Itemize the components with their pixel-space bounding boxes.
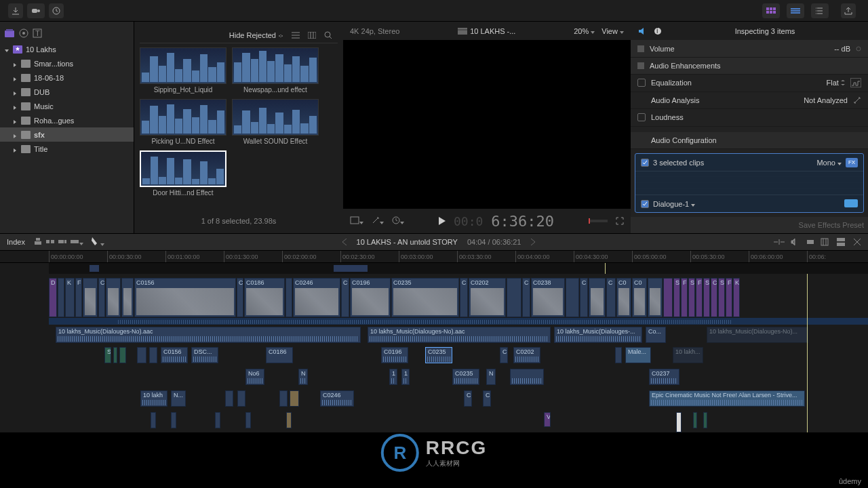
- clip-thumb[interactable]: Picking U...ND Effect: [140, 99, 226, 145]
- video-clip[interactable]: C0156: [134, 278, 236, 317]
- audio-clip[interactable]: 1: [401, 369, 410, 385]
- audio-clip[interactable]: [149, 347, 157, 363]
- audio-clip[interactable]: [119, 347, 126, 363]
- audio-clip[interactable]: [676, 412, 682, 432]
- titles-icon[interactable]: T: [33, 28, 42, 38]
- audio-clip[interactable]: 10 lakhs_Music(Dialouges-No).aac: [368, 327, 551, 343]
- video-clip[interactable]: C: [580, 278, 588, 317]
- audio-clip[interactable]: V: [544, 412, 551, 427]
- timeline-layout-icon[interactable]: [837, 238, 845, 246]
- audio-clip[interactable]: N: [298, 369, 308, 385]
- video-clip[interactable]: C0235: [391, 278, 459, 317]
- sidebar-item-dub[interactable]: DUB: [0, 85, 134, 99]
- channel-mode[interactable]: Mono: [816, 159, 842, 167]
- photos-icon[interactable]: [19, 28, 28, 38]
- search-icon[interactable]: [324, 31, 332, 39]
- play-button[interactable]: [439, 217, 446, 225]
- audio-clip[interactable]: C0202: [513, 347, 540, 363]
- audio-clip[interactable]: [151, 412, 156, 428]
- view-menu[interactable]: View: [601, 27, 624, 35]
- keyword-button[interactable]: [27, 3, 45, 18]
- index-button[interactable]: Index: [7, 238, 25, 246]
- hide-icon[interactable]: [637, 62, 644, 69]
- video-clip[interactable]: [121, 278, 134, 317]
- audio-clip[interactable]: 10 lakhs_Music(Dialouges-No).aac: [56, 327, 361, 343]
- timeline-next-icon[interactable]: [530, 239, 536, 245]
- video-clip[interactable]: C0: [616, 278, 631, 317]
- audio-clip[interactable]: No6: [245, 369, 264, 385]
- sidebar-root[interactable]: 10 Lakhs: [0, 42, 134, 56]
- audio-clip[interactable]: N: [486, 369, 496, 385]
- audio-clip[interactable]: [615, 347, 622, 363]
- video-clip[interactable]: [507, 278, 521, 317]
- retime-menu[interactable]: [392, 216, 404, 226]
- hide-icon[interactable]: [637, 45, 644, 52]
- append-clip-icon[interactable]: [58, 237, 67, 245]
- video-clip[interactable]: C: [237, 278, 243, 317]
- skimming-icon[interactable]: [773, 239, 785, 245]
- audio-clip[interactable]: C0196: [381, 347, 408, 363]
- inspector-toggle-button[interactable]: [811, 3, 829, 18]
- library-view-button[interactable]: [762, 3, 780, 18]
- reset-icon[interactable]: [856, 46, 861, 52]
- video-clip[interactable]: D: [49, 278, 57, 317]
- audio-clip[interactable]: [171, 412, 176, 428]
- analyze-icon[interactable]: [853, 96, 861, 104]
- clip-thumb[interactable]: Wallet SOUND Effect: [232, 99, 319, 145]
- timeline-tracks[interactable]: D K F C C0156 C C0186 C0246 C C0196 C023…: [0, 274, 868, 432]
- eq-value[interactable]: Flat: [827, 79, 845, 87]
- video-clip[interactable]: K: [733, 278, 740, 317]
- audio-clip[interactable]: C0186: [266, 347, 293, 363]
- audio-clip[interactable]: C: [483, 390, 491, 407]
- audio-clip[interactable]: C0156: [161, 347, 188, 363]
- audio-clip[interactable]: 10 lakh...: [673, 347, 703, 363]
- dialogue-checkbox[interactable]: [641, 200, 649, 208]
- video-clip[interactable]: S: [688, 278, 695, 317]
- audio-clip[interactable]: [225, 390, 233, 407]
- video-clip[interactable]: F: [696, 278, 703, 317]
- video-clip[interactable]: C: [460, 278, 468, 317]
- video-clip[interactable]: S: [703, 278, 710, 317]
- filmstrip-view-icon[interactable]: [308, 32, 316, 39]
- video-clip[interactable]: C: [522, 278, 530, 317]
- audio-clip[interactable]: 10 lakhs_Music(Dialouges-No)...: [707, 327, 808, 343]
- eq-checkbox[interactable]: [637, 79, 646, 87]
- dialogue-label[interactable]: Dialogue-1: [653, 200, 695, 208]
- video-clip[interactable]: F: [726, 278, 732, 317]
- hide-rejected-menu[interactable]: Hide Rejected: [229, 31, 283, 39]
- video-clip[interactable]: C0186: [244, 278, 285, 317]
- video-clip[interactable]: C0: [632, 278, 647, 317]
- sidebar-item-smart[interactable]: Smar...tions: [0, 56, 134, 70]
- clip-thumb[interactable]: Sipping_Hot_Liquid: [140, 47, 226, 94]
- sidebar-item-date[interactable]: 18-06-18: [0, 70, 134, 85]
- video-clip[interactable]: F: [681, 278, 688, 317]
- audio-clip[interactable]: [137, 347, 146, 363]
- video-clip[interactable]: F: [75, 278, 82, 317]
- audio-clip[interactable]: N...: [171, 390, 186, 407]
- audio-clip[interactable]: C0246: [320, 390, 354, 407]
- audio-clip[interactable]: [290, 390, 299, 407]
- audio-clip[interactable]: [113, 347, 117, 363]
- insert-clip-icon[interactable]: [45, 237, 55, 245]
- audio-clip[interactable]: C0235: [425, 347, 452, 363]
- audio-clip[interactable]: C: [500, 347, 508, 363]
- video-clip[interactable]: C0238: [531, 278, 565, 317]
- video-clip[interactable]: C0196: [350, 278, 391, 317]
- video-clip[interactable]: [648, 278, 663, 317]
- overwrite-menu[interactable]: [70, 237, 83, 247]
- tool-menu[interactable]: [92, 237, 104, 247]
- audio-clip[interactable]: [215, 412, 220, 428]
- video-clip[interactable]: [106, 278, 121, 317]
- viewer-canvas[interactable]: [343, 41, 631, 209]
- sidebar-item-roha[interactable]: Roha...gues: [0, 113, 134, 127]
- clip-thumb[interactable]: Newspap...und effect: [232, 47, 319, 94]
- audio-tab-icon[interactable]: [637, 27, 647, 35]
- video-clip[interactable]: C0246: [293, 278, 340, 317]
- loudness-checkbox[interactable]: [637, 113, 646, 121]
- list-view-icon[interactable]: [292, 32, 300, 39]
- config-checkbox[interactable]: [641, 159, 649, 167]
- audio-clip[interactable]: [279, 390, 288, 407]
- connect-clip-icon[interactable]: [33, 237, 43, 245]
- video-clip[interactable]: [285, 278, 292, 317]
- info-tab-icon[interactable]: i: [654, 27, 662, 35]
